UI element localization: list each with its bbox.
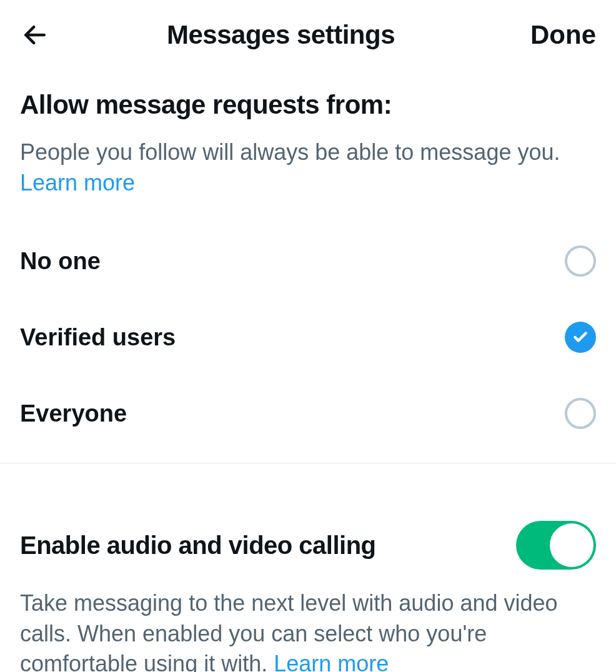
radio-label: No one (20, 248, 101, 275)
radio-option-no-one[interactable]: No one (0, 223, 616, 299)
radio-label: Verified users (20, 324, 176, 351)
radio-button[interactable] (565, 398, 596, 429)
toggle-knob (550, 523, 594, 567)
done-button[interactable]: Done (530, 20, 596, 50)
learn-more-link[interactable]: Learn more (20, 170, 135, 195)
radio-button[interactable] (565, 245, 596, 277)
checkmark-icon (572, 329, 589, 345)
description-text: People you follow will always be able to… (20, 139, 560, 165)
allow-requests-section: Allow message requests from: People you … (0, 67, 616, 223)
radio-button-selected[interactable] (565, 322, 596, 353)
calling-toggle[interactable] (516, 521, 596, 570)
toggle-description: Take messaging to the next level with au… (20, 588, 596, 672)
radio-option-verified-users[interactable]: Verified users (0, 299, 616, 375)
toggle-title: Enable audio and video calling (20, 531, 376, 560)
header: Messages settings Done (0, 0, 616, 67)
page-title: Messages settings (31, 20, 530, 50)
toggle-row: Enable audio and video calling (20, 521, 596, 570)
section-title: Allow message requests from: (20, 90, 596, 120)
section-description: People you follow will always be able to… (20, 137, 596, 198)
radio-label: Everyone (20, 400, 127, 427)
learn-more-link[interactable]: Learn more (274, 651, 389, 672)
radio-option-everyone[interactable]: Everyone (0, 375, 616, 452)
calling-section: Enable audio and video calling Take mess… (0, 463, 616, 672)
